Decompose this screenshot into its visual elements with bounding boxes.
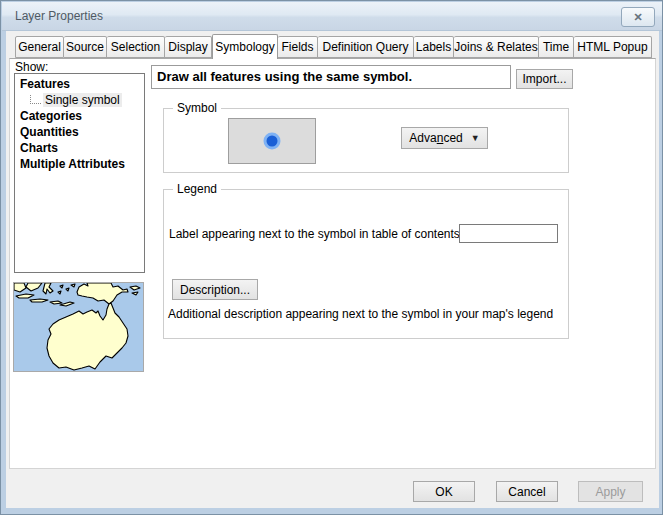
- tab-strip: General Source Selection Display Symbolo…: [15, 36, 652, 58]
- legend-group-label: Legend: [173, 182, 221, 196]
- symbol-groupbox: Symbol: [163, 108, 569, 173]
- show-item-single-symbol[interactable]: Single symbol: [15, 93, 144, 109]
- map-preview-image: [14, 283, 143, 371]
- tab-display[interactable]: Display: [165, 36, 212, 58]
- show-label: Show:: [15, 60, 48, 74]
- advanced-dropdown-button[interactable]: Advanced ▼: [401, 127, 488, 149]
- tab-fields[interactable]: Fields: [278, 36, 318, 58]
- titlebar[interactable]: Layer Properties ✕: [2, 2, 663, 31]
- tab-selection[interactable]: Selection: [107, 36, 165, 58]
- additional-description-text: Additional description appearing next to…: [168, 307, 553, 321]
- show-item-multiple-attributes[interactable]: Multiple Attributes: [15, 157, 144, 173]
- window-title: Layer Properties: [15, 2, 103, 31]
- advanced-label: Advanced: [409, 131, 462, 145]
- show-item-quantities[interactable]: Quantities: [15, 125, 144, 141]
- apply-button[interactable]: Apply: [578, 481, 643, 502]
- description-button[interactable]: Description...: [172, 279, 258, 300]
- import-button[interactable]: Import...: [516, 69, 573, 89]
- tab-time[interactable]: Time: [539, 36, 574, 58]
- symbol-group-label: Symbol: [173, 101, 221, 115]
- tab-symbology[interactable]: Symbology: [212, 34, 278, 59]
- cancel-button[interactable]: Cancel: [496, 481, 558, 502]
- point-symbol-icon: [262, 131, 282, 151]
- close-icon: ✕: [633, 11, 642, 24]
- tab-joins-relates[interactable]: Joins & Relates: [454, 36, 539, 58]
- tab-general[interactable]: General: [15, 36, 64, 58]
- chevron-down-icon: ▼: [471, 133, 480, 143]
- show-item-categories[interactable]: Categories: [15, 109, 144, 125]
- tab-html-popup[interactable]: HTML Popup: [574, 36, 652, 58]
- legend-label-input[interactable]: [459, 224, 558, 243]
- dialog-client-area: General Source Selection Display Symbolo…: [6, 31, 659, 508]
- close-button[interactable]: ✕: [621, 7, 655, 27]
- show-listbox: Features Single symbol Categories Quanti…: [14, 73, 145, 273]
- show-item-features[interactable]: Features: [15, 77, 144, 93]
- show-item-charts[interactable]: Charts: [15, 141, 144, 157]
- symbol-preview-button[interactable]: [228, 118, 316, 164]
- map-preview: [13, 282, 144, 372]
- tab-source[interactable]: Source: [64, 36, 107, 58]
- legend-label-text: Label appearing next to the symbol in ta…: [169, 227, 463, 241]
- method-header: Draw all features using the same symbol.: [151, 65, 511, 89]
- tree-branch-icon: [30, 95, 41, 104]
- ok-button[interactable]: OK: [413, 481, 475, 502]
- tab-labels[interactable]: Labels: [414, 36, 454, 58]
- layer-properties-dialog: Layer Properties ✕ General Source Select…: [0, 0, 663, 515]
- tab-definition-query[interactable]: Definition Query: [318, 36, 414, 58]
